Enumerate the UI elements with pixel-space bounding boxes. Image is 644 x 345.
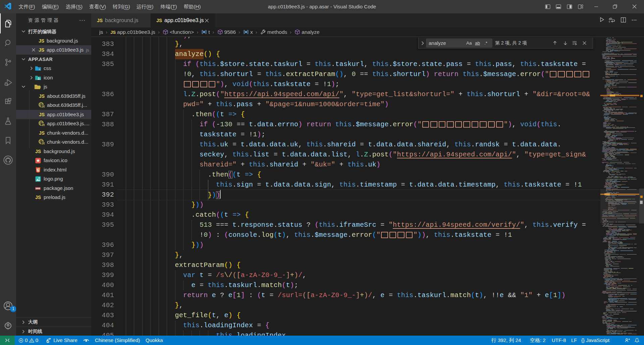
svg-text:JS: JS — [42, 142, 45, 145]
svg-text:JS: JS — [42, 123, 45, 127]
svg-text:JS: JS — [42, 105, 45, 108]
svg-text:3: 3 — [39, 68, 40, 71]
svg-text:c: c — [609, 20, 610, 23]
